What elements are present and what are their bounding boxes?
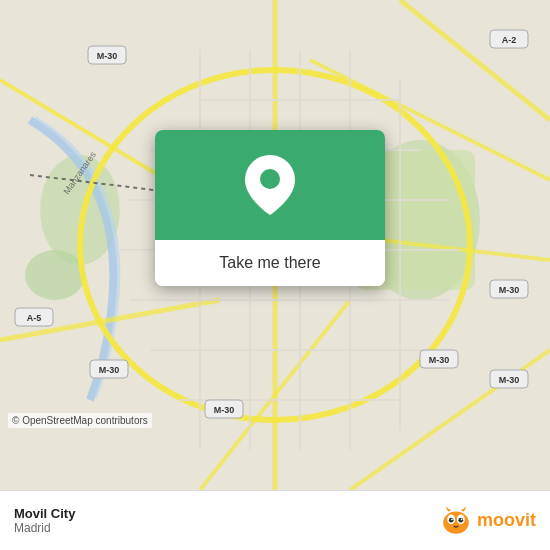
- svg-point-51: [461, 518, 463, 520]
- svg-text:M-30: M-30: [99, 365, 120, 375]
- moovit-logo: moovit: [440, 505, 536, 537]
- city-info: Movil City Madrid: [14, 506, 440, 535]
- osm-attribution: © OpenStreetMap contributors: [8, 413, 152, 428]
- popup-header: [155, 130, 385, 240]
- bottom-bar: Movil City Madrid moovit: [0, 490, 550, 550]
- map-view[interactable]: M-30 A-2 A-5 M-30 M-30 M-30 M-30 M-30 Ma…: [0, 0, 550, 490]
- svg-point-49: [458, 517, 463, 522]
- svg-text:M-30: M-30: [214, 405, 235, 415]
- svg-point-3: [25, 250, 85, 300]
- svg-text:M-30: M-30: [97, 51, 118, 61]
- svg-text:M-30: M-30: [499, 285, 520, 295]
- svg-point-44: [260, 169, 280, 189]
- svg-text:M-30: M-30: [499, 375, 520, 385]
- svg-text:A-5: A-5: [27, 313, 42, 323]
- svg-point-45: [443, 511, 469, 533]
- moovit-icon: [440, 505, 472, 537]
- svg-marker-52: [446, 506, 452, 511]
- take-me-there-button[interactable]: Take me there: [155, 240, 385, 286]
- location-popup: Take me there: [155, 130, 385, 286]
- svg-text:A-2: A-2: [502, 35, 517, 45]
- svg-point-50: [451, 518, 453, 520]
- location-pin-icon: [245, 155, 295, 215]
- country-name: Madrid: [14, 521, 440, 535]
- svg-marker-53: [461, 506, 467, 511]
- svg-point-48: [449, 517, 454, 522]
- svg-text:M-30: M-30: [429, 355, 450, 365]
- moovit-text: moovit: [477, 510, 536, 531]
- city-name: Movil City: [14, 506, 440, 521]
